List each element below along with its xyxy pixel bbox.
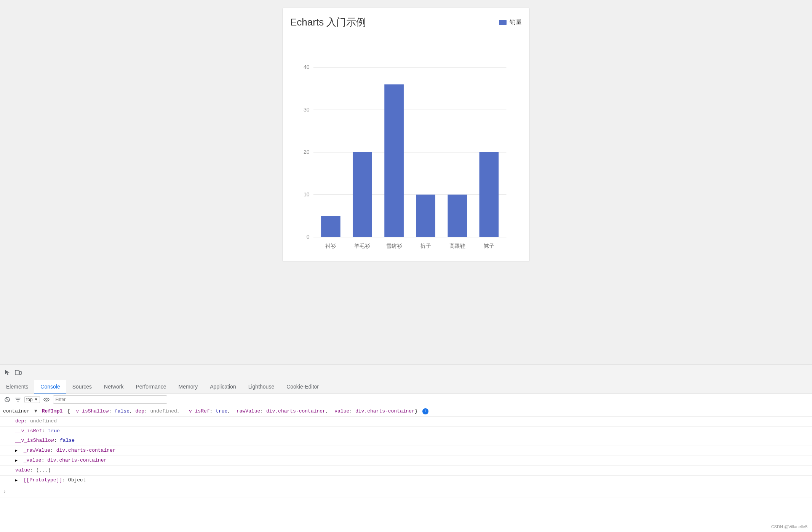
bar-0 [321,216,340,237]
svg-point-21 [46,399,47,400]
inspect-element-icon[interactable] [3,368,12,377]
console-prompt[interactable]: › [0,487,812,497]
bar-4 [448,194,467,237]
tab-sources[interactable]: Sources [66,380,98,393]
chart-card: Echarts 入门示例 销量 40 30 20 10 0 [282,8,530,262]
svg-point-20 [44,398,49,401]
devtools-tabs: Elements Console Sources Network Perform… [0,380,812,394]
tab-memory[interactable]: Memory [173,380,204,393]
tab-network[interactable]: Network [98,380,129,393]
chevron-down-icon: ▼ [34,397,38,401]
console-line-dep: dep: undefined [0,417,812,427]
svg-text:高跟鞋: 高跟鞋 [449,243,465,249]
chart-legend: 销量 [499,18,522,26]
console-output: container ▼ RefImpl {__v_isShallow: fals… [0,405,812,532]
inline-props: {__v_isShallow: false, dep: undefined, _… [67,408,421,414]
tab-lighthouse[interactable]: Lighthouse [242,380,281,393]
console-line-rawvalue: _rawValue: div.charts-container [0,446,812,456]
bar-5 [480,152,499,237]
tab-cookie-editor[interactable]: Cookie-Editor [280,380,325,393]
chart-header: Echarts 入门示例 销量 [290,16,522,29]
var-name: container [3,408,30,414]
svg-text:20: 20 [304,149,310,155]
console-line-v-isref: __v_isRef: true [0,427,812,436]
refimpl-type: RefImpl [42,408,63,414]
svg-text:裤子: 裤子 [420,243,431,249]
tab-application[interactable]: Application [204,380,242,393]
console-line-value: _value: div.charts-container [0,456,812,466]
tab-elements[interactable]: Elements [0,380,34,393]
console-filter-input[interactable] [53,395,167,404]
bar-3 [416,194,435,237]
devtools-toolbar [0,365,812,380]
legend-color-box [499,20,507,25]
expand-value-icon[interactable] [15,457,20,461]
expand-rawvalue-icon[interactable] [15,447,20,451]
filter-icon[interactable] [14,395,22,404]
expand-prototype-icon[interactable] [15,476,20,481]
clear-console-icon[interactable] [3,395,11,404]
console-context-selector[interactable]: top ▼ [24,396,40,403]
svg-text:40: 40 [304,64,310,70]
svg-rect-17 [19,371,21,374]
svg-text:10: 10 [304,191,310,198]
console-line-prototype: [[Prototype]]: Object [0,476,812,486]
svg-text:羊毛衫: 羊毛衫 [354,243,370,249]
bar-2 [384,84,404,237]
bar-1 [353,152,372,237]
legend-label: 销量 [510,18,522,26]
devtools-panel: Elements Console Sources Network Perform… [0,365,812,532]
tab-performance[interactable]: Performance [129,380,172,393]
console-toolbar: top ▼ [0,394,812,405]
console-info-badge[interactable]: i [422,408,428,414]
context-label: top [26,397,33,402]
svg-text:雪纺衫: 雪纺衫 [386,243,402,249]
svg-text:衬衫: 衬衫 [325,243,336,249]
console-line-value-accessor: value: (...) [0,466,812,476]
svg-text:30: 30 [304,107,310,113]
svg-text:0: 0 [307,234,310,240]
tab-console[interactable]: Console [34,380,66,393]
console-line-container: container ▼ RefImpl {__v_isShallow: fals… [0,407,812,417]
svg-line-19 [6,398,8,401]
svg-text:袜子: 袜子 [484,243,494,249]
chart-title: Echarts 入门示例 [290,16,366,29]
svg-rect-16 [15,370,19,375]
console-line-v-isshallow: __v_isShallow: false [0,436,812,446]
device-toggle-icon[interactable] [14,368,23,377]
bar-chart: 40 30 20 10 0 衬衫 羊毛衫 雪纺衫 裤子 [290,37,522,252]
eye-icon[interactable] [42,395,51,404]
